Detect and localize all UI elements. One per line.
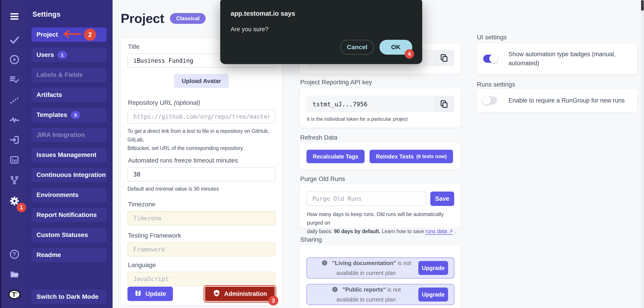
nav-item-issues-management[interactable]: Issues Management [32, 148, 107, 162]
nav-item-label: JIRA Integration [36, 131, 85, 139]
upgrade-button[interactable]: Upgrade [418, 261, 448, 275]
annotation-arrow-icon [61, 29, 82, 40]
sharing-heading: Sharing [300, 236, 322, 243]
runs-play-icon[interactable] [8, 53, 21, 66]
nav-item-continuous-integration[interactable]: Continuous Integration [32, 168, 107, 182]
nav-item-environments[interactable]: Environments [32, 188, 107, 202]
administration-button[interactable]: Administration 3 [204, 286, 276, 302]
svg-text:T: T [12, 291, 16, 298]
testomat-logo[interactable]: T [8, 288, 21, 301]
nav-item-label: Switch to Dark Mode [36, 293, 98, 300]
browser-confirm-dialog: app.testomat.io says Are you sure? Cance… [220, 0, 422, 64]
git-branch-icon[interactable] [8, 174, 21, 186]
settings-gear-icon[interactable]: 1 [8, 195, 21, 207]
purge-help: How many days to keep runs. Old runs wil… [307, 210, 461, 236]
update-button[interactable]: Update [128, 287, 173, 301]
nav-item-label: Users [36, 51, 54, 58]
copy-icon[interactable] [434, 96, 454, 112]
settings-heading: Settings [32, 10, 60, 18]
purge-old-runs-heading: Purge Old Runs [300, 175, 345, 182]
freeze-timeout-label: Automated runs freeze timeout minutes [128, 157, 276, 164]
cancel-button[interactable]: Cancel [340, 40, 374, 55]
purge-old-runs-card: Save How many days to keep runs. Old run… [300, 184, 461, 228]
scrollbar-thumb[interactable] [641, 0, 644, 11]
activity-pulse-icon[interactable] [8, 114, 21, 126]
nav-item-templates[interactable]: Templates 5 [32, 108, 107, 122]
menu-icon[interactable] [8, 10, 21, 23]
nav-item-readme[interactable]: Readme [32, 248, 107, 262]
nav-item-label: Issues Management [36, 151, 96, 158]
timezone-label: Timezone [128, 201, 276, 208]
nav-item-label: Templates [36, 111, 67, 119]
upsell-text: ! "Living documentation" is not availabl… [314, 259, 418, 277]
nav-item-project[interactable]: Project 2 [32, 27, 107, 42]
nav-item-custom-statuses[interactable]: Custom Statuses [32, 228, 107, 242]
page-title: Project [121, 11, 164, 26]
projects-folder-icon[interactable] [8, 268, 21, 281]
nav-item-users[interactable]: Users 1 [32, 48, 107, 62]
ok-button[interactable]: OK 4 [380, 40, 412, 55]
copy-icon[interactable] [434, 50, 454, 66]
milestones-steps-icon[interactable] [8, 93, 21, 106]
nav-item-label: Report Notifications [36, 211, 97, 219]
upload-avatar-row: Upload Avatar [128, 74, 276, 88]
runs-data-link[interactable]: runs data ↗ [426, 228, 453, 234]
svg-text:?: ? [12, 251, 16, 258]
nav-item-artifacts[interactable]: Artifacts [32, 88, 107, 102]
pull-sign-in-icon[interactable] [8, 134, 21, 146]
purge-days-input[interactable] [306, 191, 426, 206]
automation-badges-toggle[interactable] [483, 55, 497, 63]
refresh-data-card: Recalculate Tags Reindex Tests (6 tests … [300, 142, 461, 169]
testing-framework-label: Testing Framework [128, 232, 276, 239]
nav-item-report-notifications[interactable]: Report Notifications [32, 208, 107, 222]
save-floppy-icon [134, 289, 142, 299]
tests-check-icon[interactable] [8, 33, 21, 46]
nav-item-label: Labels & Fields [36, 71, 83, 78]
freeze-timeout-input[interactable] [128, 167, 276, 181]
users-count-badge: 1 [58, 51, 67, 59]
settings-sidebar: Settings Project 2 Users 1 Labels & Fiel… [26, 0, 112, 308]
refresh-data-heading: Refresh Data [300, 134, 337, 141]
save-button[interactable]: Save [430, 191, 454, 206]
testing-framework-input[interactable] [128, 242, 276, 257]
upgrade-button[interactable]: Upgrade [418, 288, 448, 302]
svg-text:!: ! [334, 287, 336, 291]
help-icon[interactable]: ? [8, 248, 21, 261]
api-key-field: tstmt_uJ...7956 [306, 96, 454, 112]
api-key-heading: Project Reporting API key [300, 79, 372, 86]
page-scrollbar[interactable] [641, 0, 644, 308]
language-input[interactable] [128, 272, 276, 286]
annotation-badge-2: 2 [84, 28, 96, 41]
nav-item-jira-integration[interactable]: JIRA Integration [32, 128, 107, 142]
dialog-message: Are you sure? [230, 26, 412, 33]
plans-checklist-icon[interactable] [8, 73, 21, 86]
nav-item-labels-fields[interactable]: Labels & Fields [32, 68, 107, 82]
nav-item-label: Readme [36, 251, 61, 259]
premium-seal-icon: ! [321, 262, 330, 268]
rungroup-required-toggle[interactable] [483, 96, 497, 105]
upsell-text: ! "Public reports" is not available in c… [314, 286, 418, 304]
premium-seal-icon: ! [331, 288, 340, 294]
sharing-card: ! "Living documentation" is not availabl… [300, 245, 461, 308]
recalculate-tags-button[interactable]: Recalculate Tags [306, 150, 364, 163]
api-key-value: tstmt_uJ...7956 [307, 101, 434, 108]
nav-item-label: Environments [36, 191, 78, 198]
reindex-tests-button[interactable]: Reindex Tests (6 tests now) [370, 150, 453, 163]
repository-url-input[interactable] [128, 110, 276, 124]
nav-item-label: Artifacts [36, 91, 62, 99]
api-key-help: It is the individual token for a particu… [307, 116, 408, 122]
project-settings-card: Title Upload Avatar Repository URL (opti… [121, 38, 282, 305]
ui-settings-card: Show automation type badges (manual, aut… [476, 43, 637, 74]
purge-row: Save [306, 191, 454, 206]
plan-badge: Classical [170, 13, 206, 24]
nav-item-label: Custom Statuses [36, 231, 88, 239]
admin-shield-icon [213, 289, 220, 299]
timezone-input[interactable] [128, 211, 276, 225]
dark-mode-toggle-item[interactable]: Switch to Dark Mode [32, 290, 107, 304]
external-link-icon: ↗ [448, 228, 453, 234]
upload-avatar-button[interactable]: Upload Avatar [174, 74, 228, 88]
annotation-badge-4: 4 [405, 49, 414, 59]
page-header: Project Classical [121, 11, 206, 26]
icon-rail: 1 ? T [0, 0, 26, 308]
analytics-chart-icon[interactable] [8, 154, 21, 166]
